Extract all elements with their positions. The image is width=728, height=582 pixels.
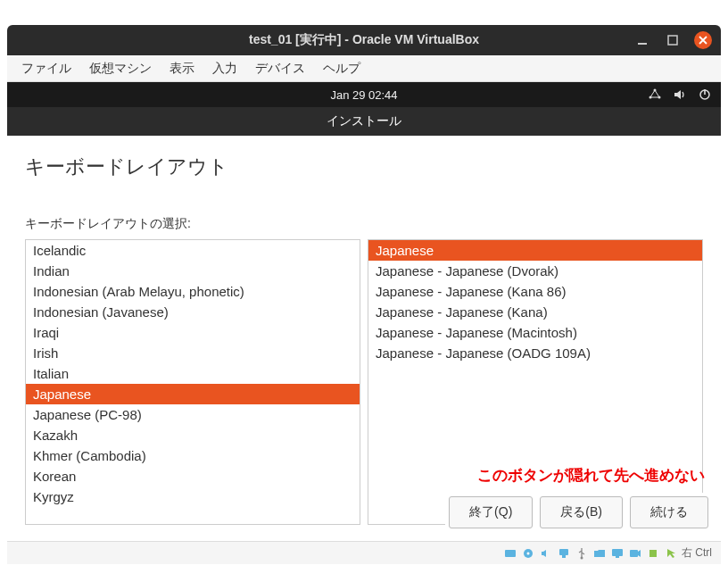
svg-rect-0 bbox=[638, 43, 647, 45]
list-item[interactable]: Indonesian (Javanese) bbox=[26, 302, 360, 322]
network-icon[interactable] bbox=[648, 87, 662, 102]
status-audio-icon[interactable] bbox=[539, 546, 553, 561]
status-network-icon[interactable] bbox=[557, 546, 571, 561]
list-item[interactable]: Japanese - Japanese (OADG 109A) bbox=[368, 343, 702, 363]
list-item[interactable]: Japanese (PC-98) bbox=[26, 404, 360, 425]
list-item[interactable]: Japanese - Japanese (Macintosh) bbox=[368, 322, 702, 343]
list-item[interactable]: Japanese - Japanese (Kana) bbox=[368, 302, 702, 322]
svg-rect-13 bbox=[612, 549, 623, 556]
minimize-button[interactable] bbox=[633, 31, 651, 49]
status-mouse-integration-icon[interactable] bbox=[664, 546, 678, 561]
menu-file[interactable]: ファイル bbox=[14, 57, 79, 80]
install-title: インストール bbox=[327, 113, 401, 129]
svg-rect-7 bbox=[505, 550, 516, 557]
close-button[interactable] bbox=[694, 31, 712, 49]
list-item[interactable]: Khmer (Cambodia) bbox=[26, 445, 360, 466]
vbox-statusbar: 右 Ctrl bbox=[7, 541, 721, 564]
svg-rect-6 bbox=[704, 89, 706, 95]
list-item[interactable]: Italian bbox=[26, 363, 360, 384]
installer-content: キーボードレイアウト キーボードレイアウトの選択: IcelandicIndia… bbox=[7, 136, 721, 541]
svg-rect-1 bbox=[668, 36, 677, 45]
menu-input[interactable]: 入力 bbox=[205, 57, 244, 80]
status-shared-folder-icon[interactable] bbox=[592, 546, 607, 561]
window-titlebar: test_01 [実行中] - Oracle VM VirtualBox bbox=[7, 25, 721, 55]
volume-icon[interactable] bbox=[673, 87, 687, 102]
list-item[interactable]: Korean bbox=[26, 466, 360, 486]
status-recording-icon[interactable] bbox=[628, 546, 642, 561]
status-disk-icon[interactable] bbox=[503, 546, 517, 561]
list-item[interactable]: Irish bbox=[26, 343, 360, 363]
menu-help[interactable]: ヘルプ bbox=[316, 57, 368, 80]
svg-rect-16 bbox=[649, 550, 657, 557]
status-optical-icon[interactable] bbox=[521, 546, 535, 561]
list-item[interactable]: Iraqi bbox=[26, 322, 360, 343]
list-item[interactable]: Kazakh bbox=[26, 425, 360, 445]
svg-rect-15 bbox=[630, 550, 638, 557]
list-item[interactable]: Indian bbox=[26, 261, 360, 281]
svg-rect-14 bbox=[616, 556, 619, 558]
install-header: インストール bbox=[7, 107, 721, 136]
status-cpu-icon[interactable] bbox=[646, 546, 660, 561]
menu-machine[interactable]: 仮想マシン bbox=[82, 57, 159, 80]
section-label: キーボードレイアウトの選択: bbox=[25, 216, 703, 232]
gnome-top-bar: Jan 29 02:44 bbox=[7, 82, 721, 107]
host-key-label: 右 Ctrl bbox=[682, 545, 712, 561]
svg-point-12 bbox=[581, 556, 583, 559]
layout-country-list[interactable]: IcelandicIndianIndonesian (Arab Melayu, … bbox=[25, 239, 360, 525]
status-display-icon[interactable] bbox=[610, 546, 625, 561]
annotation-text: このボタンが隠れて先へ進めない bbox=[477, 465, 705, 486]
list-item[interactable]: Japanese - Japanese (Dvorak) bbox=[368, 261, 702, 281]
list-item[interactable]: Japanese bbox=[26, 384, 360, 404]
window-title: test_01 [実行中] - Oracle VM VirtualBox bbox=[249, 32, 479, 48]
page-title: キーボードレイアウト bbox=[25, 154, 703, 180]
list-item[interactable]: Japanese - Japanese (Kana 86) bbox=[368, 281, 702, 302]
maximize-button[interactable] bbox=[664, 31, 682, 49]
status-usb-icon[interactable] bbox=[575, 546, 589, 561]
menu-devices[interactable]: デバイス bbox=[248, 57, 312, 80]
svg-rect-11 bbox=[562, 555, 566, 558]
list-item[interactable]: Kyrgyz bbox=[26, 486, 360, 507]
menu-view[interactable]: 表示 bbox=[162, 57, 202, 80]
list-item[interactable]: Icelandic bbox=[26, 240, 360, 261]
clock: Jan 29 02:44 bbox=[330, 88, 397, 102]
list-item[interactable]: Japanese bbox=[368, 240, 702, 261]
svg-point-9 bbox=[527, 552, 530, 554]
power-icon[interactable] bbox=[698, 87, 712, 102]
quit-button[interactable]: 終了(Q) bbox=[449, 496, 533, 528]
svg-rect-10 bbox=[559, 549, 568, 555]
menubar: ファイル 仮想マシン 表示 入力 デバイス ヘルプ bbox=[7, 55, 721, 82]
back-button[interactable]: 戻る(B) bbox=[540, 496, 623, 528]
list-item[interactable]: Indonesian (Arab Melayu, phonetic) bbox=[26, 281, 360, 302]
continue-button[interactable]: 続ける bbox=[630, 496, 708, 528]
wizard-buttons: 終了(Q) 戻る(B) 続ける bbox=[445, 493, 712, 532]
